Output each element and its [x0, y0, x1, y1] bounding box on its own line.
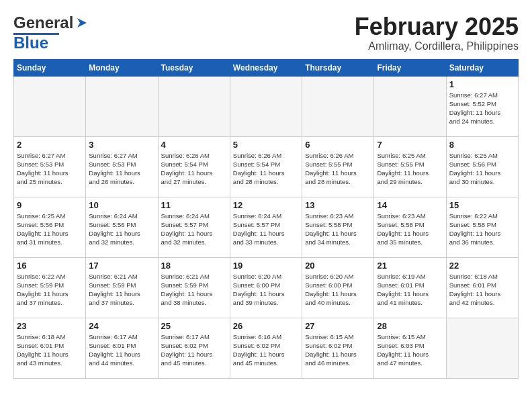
calendar-cell: 5Sunrise: 6:26 AM Sunset: 5:54 PM Daylig… [230, 136, 302, 197]
month-title: February 2025 [355, 13, 519, 40]
day-number: 11 [161, 200, 227, 210]
calendar-week-2: 2Sunrise: 6:27 AM Sunset: 5:53 PM Daylig… [14, 136, 519, 197]
calendar-cell: 10Sunrise: 6:24 AM Sunset: 5:56 PM Dayli… [86, 197, 158, 257]
day-info: Sunrise: 6:23 AM Sunset: 5:58 PM Dayligh… [377, 212, 443, 247]
calendar-header-row: SundayMondayTuesdayWednesdayThursdayFrid… [14, 59, 519, 76]
calendar-cell [374, 76, 446, 136]
calendar-cell: 26Sunrise: 6:16 AM Sunset: 6:02 PM Dayli… [230, 318, 302, 378]
day-number: 8 [449, 140, 515, 150]
day-info: Sunrise: 6:22 AM Sunset: 5:59 PM Dayligh… [17, 272, 83, 308]
day-info: Sunrise: 6:21 AM Sunset: 5:59 PM Dayligh… [161, 272, 227, 308]
day-number: 3 [89, 140, 154, 150]
weekday-header-friday: Friday [374, 59, 446, 76]
day-number: 22 [449, 261, 515, 271]
calendar-cell: 4Sunrise: 6:26 AM Sunset: 5:54 PM Daylig… [158, 136, 230, 197]
calendar-cell: 2Sunrise: 6:27 AM Sunset: 5:53 PM Daylig… [14, 136, 86, 197]
day-number: 26 [233, 321, 299, 331]
day-number: 10 [89, 200, 154, 210]
day-info: Sunrise: 6:24 AM Sunset: 5:56 PM Dayligh… [89, 212, 154, 247]
calendar-cell: 23Sunrise: 6:18 AM Sunset: 6:01 PM Dayli… [14, 318, 86, 378]
calendar-week-4: 16Sunrise: 6:22 AM Sunset: 5:59 PM Dayli… [14, 257, 519, 318]
day-number: 19 [233, 261, 299, 271]
logo-blue: Blue [13, 35, 89, 51]
calendar-cell: 13Sunrise: 6:23 AM Sunset: 5:58 PM Dayli… [302, 197, 374, 257]
calendar-cell: 25Sunrise: 6:17 AM Sunset: 6:02 PM Dayli… [158, 318, 230, 378]
day-number: 23 [17, 321, 83, 331]
day-info: Sunrise: 6:22 AM Sunset: 5:58 PM Dayligh… [449, 212, 515, 247]
calendar-cell [446, 318, 518, 378]
logo: General Blue [13, 13, 89, 51]
day-number: 27 [305, 321, 371, 331]
day-number: 16 [17, 261, 83, 271]
calendar-cell: 16Sunrise: 6:22 AM Sunset: 5:59 PM Dayli… [14, 257, 86, 318]
day-info: Sunrise: 6:27 AM Sunset: 5:53 PM Dayligh… [17, 151, 83, 187]
day-info: Sunrise: 6:17 AM Sunset: 6:01 PM Dayligh… [89, 332, 154, 368]
day-info: Sunrise: 6:17 AM Sunset: 6:02 PM Dayligh… [161, 332, 227, 368]
calendar-cell: 7Sunrise: 6:25 AM Sunset: 5:55 PM Daylig… [374, 136, 446, 197]
day-info: Sunrise: 6:16 AM Sunset: 6:02 PM Dayligh… [233, 332, 299, 368]
day-info: Sunrise: 6:25 AM Sunset: 5:56 PM Dayligh… [17, 212, 83, 247]
page-header: General Blue February 2025 Amlimay, Cord… [13, 13, 519, 52]
calendar-cell: 17Sunrise: 6:21 AM Sunset: 5:59 PM Dayli… [86, 257, 158, 318]
day-info: Sunrise: 6:18 AM Sunset: 6:01 PM Dayligh… [449, 272, 515, 308]
title-block: February 2025 Amlimay, Cordillera, Phili… [355, 13, 519, 52]
day-number: 24 [89, 321, 154, 331]
calendar-week-3: 9Sunrise: 6:25 AM Sunset: 5:56 PM Daylig… [14, 197, 519, 257]
day-info: Sunrise: 6:25 AM Sunset: 5:56 PM Dayligh… [449, 151, 515, 187]
calendar-cell: 6Sunrise: 6:26 AM Sunset: 5:55 PM Daylig… [302, 136, 374, 197]
day-info: Sunrise: 6:24 AM Sunset: 5:57 PM Dayligh… [161, 212, 227, 247]
calendar-cell: 24Sunrise: 6:17 AM Sunset: 6:01 PM Dayli… [86, 318, 158, 378]
day-number: 12 [233, 200, 299, 210]
calendar-cell: 8Sunrise: 6:25 AM Sunset: 5:56 PM Daylig… [446, 136, 518, 197]
day-number: 6 [305, 140, 371, 150]
calendar-cell: 27Sunrise: 6:15 AM Sunset: 6:02 PM Dayli… [302, 318, 374, 378]
weekday-header-sunday: Sunday [14, 59, 86, 76]
calendar-cell: 3Sunrise: 6:27 AM Sunset: 5:53 PM Daylig… [86, 136, 158, 197]
calendar-cell: 1Sunrise: 6:27 AM Sunset: 5:52 PM Daylig… [446, 76, 518, 136]
day-info: Sunrise: 6:26 AM Sunset: 5:55 PM Dayligh… [305, 151, 371, 187]
calendar-cell [14, 76, 86, 136]
calendar-week-1: 1Sunrise: 6:27 AM Sunset: 5:52 PM Daylig… [14, 76, 519, 136]
day-info: Sunrise: 6:27 AM Sunset: 5:53 PM Dayligh… [89, 151, 154, 187]
calendar-cell: 22Sunrise: 6:18 AM Sunset: 6:01 PM Dayli… [446, 257, 518, 318]
day-info: Sunrise: 6:15 AM Sunset: 6:02 PM Dayligh… [305, 332, 371, 368]
calendar-cell: 14Sunrise: 6:23 AM Sunset: 5:58 PM Dayli… [374, 197, 446, 257]
logo-arrow-icon [75, 15, 89, 30]
day-number: 14 [377, 200, 443, 210]
day-info: Sunrise: 6:26 AM Sunset: 5:54 PM Dayligh… [233, 151, 299, 187]
calendar-cell: 20Sunrise: 6:20 AM Sunset: 6:00 PM Dayli… [302, 257, 374, 318]
calendar-cell [302, 76, 374, 136]
weekday-header-monday: Monday [86, 59, 158, 76]
weekday-header-thursday: Thursday [302, 59, 374, 76]
calendar-cell: 12Sunrise: 6:24 AM Sunset: 5:57 PM Dayli… [230, 197, 302, 257]
day-info: Sunrise: 6:21 AM Sunset: 5:59 PM Dayligh… [89, 272, 154, 308]
day-info: Sunrise: 6:15 AM Sunset: 6:03 PM Dayligh… [377, 332, 443, 368]
calendar-cell: 28Sunrise: 6:15 AM Sunset: 6:03 PM Dayli… [374, 318, 446, 378]
day-number: 2 [17, 140, 83, 150]
day-info: Sunrise: 6:25 AM Sunset: 5:55 PM Dayligh… [377, 151, 443, 187]
calendar-cell [86, 76, 158, 136]
day-info: Sunrise: 6:20 AM Sunset: 6:00 PM Dayligh… [305, 272, 371, 308]
day-number: 5 [233, 140, 299, 150]
day-number: 20 [305, 261, 371, 271]
day-number: 13 [305, 200, 371, 210]
day-number: 18 [161, 261, 227, 271]
day-number: 28 [377, 321, 443, 331]
day-info: Sunrise: 6:23 AM Sunset: 5:58 PM Dayligh… [305, 212, 371, 247]
calendar-cell: 15Sunrise: 6:22 AM Sunset: 5:58 PM Dayli… [446, 197, 518, 257]
svg-marker-0 [77, 18, 87, 28]
day-number: 17 [89, 261, 154, 271]
day-number: 21 [377, 261, 443, 271]
logo-general: General [13, 13, 73, 32]
weekday-header-wednesday: Wednesday [230, 59, 302, 76]
calendar-cell: 19Sunrise: 6:20 AM Sunset: 6:00 PM Dayli… [230, 257, 302, 318]
location-title: Amlimay, Cordillera, Philippines [355, 40, 519, 52]
calendar-cell [158, 76, 230, 136]
day-info: Sunrise: 6:27 AM Sunset: 5:52 PM Dayligh… [449, 91, 515, 126]
calendar-cell: 21Sunrise: 6:19 AM Sunset: 6:01 PM Dayli… [374, 257, 446, 318]
weekday-header-tuesday: Tuesday [158, 59, 230, 76]
calendar-cell [230, 76, 302, 136]
day-number: 9 [17, 200, 83, 210]
day-info: Sunrise: 6:19 AM Sunset: 6:01 PM Dayligh… [377, 272, 443, 308]
day-info: Sunrise: 6:24 AM Sunset: 5:57 PM Dayligh… [233, 212, 299, 247]
